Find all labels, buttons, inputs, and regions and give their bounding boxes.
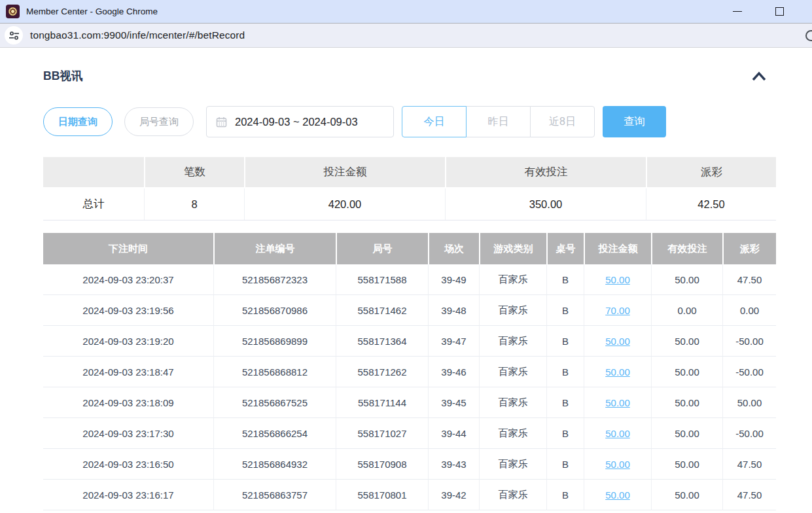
round-cell: 558171027 [336, 418, 428, 449]
bet-amount-link[interactable]: 50.00 [605, 459, 630, 470]
valid-bet-cell: 0.00 [651, 295, 722, 326]
valid-bet-cell: 50.00 [651, 418, 722, 449]
site-favicon-icon [6, 5, 20, 18]
maximize-button[interactable] [768, 0, 790, 23]
date-query-tab[interactable]: 日期查询 [43, 107, 113, 136]
bet-amount-link[interactable]: 70.00 [605, 305, 630, 316]
browser-url-bar: tongbao31.com:9900/infe/mcenter/#/betRec… [0, 24, 812, 48]
bet-amount-link[interactable]: 50.00 [605, 489, 630, 501]
round-query-tab[interactable]: 局号查询 [124, 107, 194, 136]
session-cell: 39-46 [428, 357, 479, 387]
bet-record-page: BB视讯 日期查询 局号查询 [0, 68, 812, 510]
round-cell: 558171144 [336, 387, 428, 418]
session-cell: 39-49 [428, 264, 479, 295]
filter-toolbar: 日期查询 局号查询 [43, 106, 776, 137]
table-body: 2024-09-03 23:20:37 521856872323 5581715… [43, 264, 776, 510]
game-type-cell: 百家乐 [479, 264, 546, 295]
game-type-cell: 百家乐 [479, 357, 546, 387]
game-type-cell: 百家乐 [479, 326, 546, 357]
bet-amount-link[interactable]: 50.00 [605, 428, 630, 439]
table-no-cell: B [546, 418, 584, 449]
date-range-input[interactable]: 2024-09-03 ~ 2024-09-03 [206, 106, 394, 137]
summary-table: 笔数 投注金额 有效投注 派彩 总计 8 420.00 350.00 42.50 [43, 157, 776, 221]
payout-cell: 47.50 [722, 264, 776, 295]
tune-icon [9, 30, 20, 41]
payout-cell: 47.50 [722, 480, 776, 510]
summary-header-count: 笔数 [144, 157, 244, 188]
maximize-icon [775, 7, 784, 16]
quick-range-group: 今日 昨日 近8日 [402, 106, 595, 137]
game-type-cell: 百家乐 [479, 480, 546, 510]
game-type-cell: 百家乐 [479, 418, 546, 449]
col-header-valid-bet: 有效投注 [651, 233, 722, 264]
browser-action-icon[interactable] [805, 30, 812, 41]
summary-count-value: 8 [144, 188, 244, 220]
col-header-session: 场次 [428, 233, 479, 264]
table-no-cell: B [546, 264, 584, 295]
col-header-bet-amount: 投注金额 [584, 233, 651, 264]
valid-bet-cell: 50.00 [651, 480, 722, 510]
minimize-button[interactable] [726, 0, 749, 23]
summary-header-row: 笔数 投注金额 有效投注 派彩 [43, 157, 776, 188]
payout-cell: 47.50 [722, 449, 776, 480]
yesterday-button[interactable]: 昨日 [466, 106, 531, 137]
bet-id-cell: 521856869899 [213, 326, 336, 357]
table-no-cell: B [546, 357, 584, 387]
game-type-cell: 百家乐 [479, 449, 546, 480]
minimize-icon [733, 11, 742, 12]
bet-time-cell: 2024-09-03 23:19:56 [43, 295, 213, 326]
url-text[interactable]: tongbao31.com:9900/infe/mcenter/#/betRec… [30, 29, 245, 41]
date-range-value: 2024-09-03 ~ 2024-09-03 [235, 116, 358, 128]
round-cell: 558170908 [336, 449, 428, 480]
session-cell: 39-42 [428, 480, 479, 510]
table-row: 2024-09-03 23:16:17 521856863757 5581708… [43, 480, 776, 510]
summary-total-label: 总计 [43, 188, 144, 220]
round-cell: 558170801 [336, 480, 428, 510]
session-cell: 39-44 [428, 418, 479, 449]
valid-bet-cell: 50.00 [651, 357, 722, 387]
bet-amount-link[interactable]: 50.00 [605, 336, 630, 347]
col-header-game-type: 游戏类别 [479, 233, 546, 264]
summary-payout-value: 42.50 [646, 188, 776, 220]
bet-time-cell: 2024-09-03 23:16:17 [43, 480, 213, 510]
last-8-days-button[interactable]: 近8日 [530, 106, 595, 137]
today-button[interactable]: 今日 [402, 106, 467, 137]
window-titlebar: Member Center - Google Chrome [0, 0, 812, 24]
site-settings-button[interactable] [5, 26, 23, 44]
session-cell: 39-45 [428, 387, 479, 418]
round-cell: 558171588 [336, 264, 428, 295]
game-type-cell: 百家乐 [479, 387, 546, 418]
summary-total-row: 总计 8 420.00 350.00 42.50 [43, 188, 776, 220]
bet-id-cell: 521856864932 [213, 449, 336, 480]
table-header-row: 下注时间 注单编号 局号 场次 游戏类别 桌号 投注金额 有效投注 派彩 [43, 233, 776, 264]
bet-time-cell: 2024-09-03 23:20:37 [43, 264, 213, 295]
valid-bet-cell: 50.00 [651, 449, 722, 480]
valid-bet-cell: 50.00 [651, 326, 722, 357]
bet-time-cell: 2024-09-03 23:19:20 [43, 326, 213, 357]
bet-time-cell: 2024-09-03 23:18:09 [43, 387, 213, 418]
summary-header-bet-amount: 投注金额 [244, 157, 445, 188]
bet-time-cell: 2024-09-03 23:18:47 [43, 357, 213, 387]
bet-amount-link[interactable]: 50.00 [605, 274, 630, 285]
table-row: 2024-09-03 23:16:50 521856864932 5581709… [43, 449, 776, 480]
payout-cell: 0.00 [722, 295, 776, 326]
summary-header-empty [43, 157, 144, 188]
bet-amount-link[interactable]: 50.00 [605, 397, 630, 408]
bet-amount-link[interactable]: 50.00 [605, 366, 630, 378]
col-header-round: 局号 [336, 233, 428, 264]
table-no-cell: B [546, 480, 584, 510]
session-cell: 39-48 [428, 295, 479, 326]
bet-id-cell: 521856866254 [213, 418, 336, 449]
table-row: 2024-09-03 23:17:30 521856866254 5581710… [43, 418, 776, 449]
table-row: 2024-09-03 23:18:47 521856868812 5581712… [43, 357, 776, 387]
col-header-table-no: 桌号 [546, 233, 584, 264]
search-button[interactable]: 查询 [603, 106, 666, 137]
session-cell: 39-47 [428, 326, 479, 357]
round-cell: 558171462 [336, 295, 428, 326]
table-row: 2024-09-03 23:19:56 521856870986 5581714… [43, 295, 776, 326]
window-title: Member Center - Google Chrome [26, 7, 158, 16]
collapse-panel-button[interactable] [751, 71, 776, 82]
table-row: 2024-09-03 23:19:20 521856869899 5581713… [43, 326, 776, 357]
round-cell: 558171262 [336, 357, 428, 387]
game-type-cell: 百家乐 [479, 295, 546, 326]
